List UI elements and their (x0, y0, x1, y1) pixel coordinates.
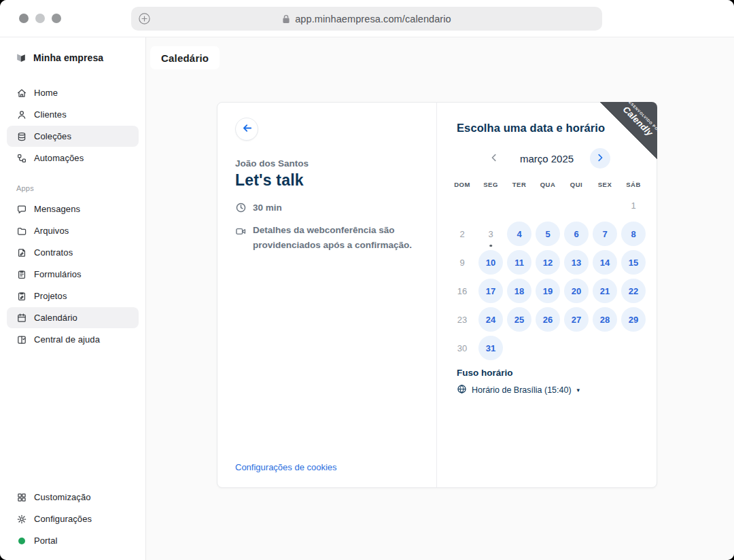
main-content: Caledário João dos Santos Let's talk (146, 37, 734, 560)
gear-icon (16, 514, 27, 525)
month-label: março 2025 (517, 153, 578, 164)
browser-chrome: app.minhaempresa.com/calendario (0, 0, 734, 37)
calendar-grid: 1234567891011121314151617181920212223242… (448, 191, 657, 362)
calendar-day-14[interactable]: 14 (593, 250, 617, 275)
new-tab-icon[interactable] (138, 12, 151, 25)
calendar-day-20[interactable]: 20 (564, 279, 589, 303)
close-window-button[interactable] (19, 14, 29, 23)
calendar-empty-cell (562, 191, 591, 220)
calendly-ribbon: DESENVOLVIDO POR Calendly (600, 102, 657, 159)
sidebar-item-label: Contratos (34, 247, 73, 258)
calendar-icon (16, 313, 27, 323)
back-button[interactable] (235, 118, 258, 141)
calendar-empty-cell (448, 191, 476, 220)
sidebar-nav: HomeClientesColeçõesAutomaçõesAppsMensag… (0, 82, 145, 350)
help-icon (16, 334, 27, 345)
clients-icon (16, 109, 27, 120)
calendar-day-31[interactable]: 31 (478, 336, 503, 360)
timezone-selector[interactable]: Horário de Brasília (15:40) ▾ (457, 384, 580, 396)
calendar-day-28[interactable]: 28 (593, 307, 617, 332)
contract-icon (16, 247, 27, 258)
sidebar-item-portal[interactable]: Portal (7, 530, 139, 551)
expand-window-button[interactable] (52, 14, 61, 23)
weekday-header-seg: SEG (476, 181, 505, 188)
calendar-day-5[interactable]: 5 (536, 222, 560, 246)
chevron-left-icon (489, 152, 500, 165)
lock-icon (282, 14, 290, 24)
prev-month-button[interactable] (484, 148, 504, 169)
calendar-day-23: 23 (450, 307, 474, 332)
calendar-day-24[interactable]: 24 (478, 307, 503, 332)
sidebar-item-configuracoes[interactable]: Configurações (7, 508, 139, 529)
customization-icon (16, 492, 27, 503)
sidebar-item-clientes[interactable]: Clientes (7, 104, 139, 125)
timezone-value: Horário de Brasília (15:40) (472, 385, 572, 395)
portal-status-icon (18, 538, 25, 544)
calendar-day-10[interactable]: 10 (478, 250, 503, 275)
calendar-day-3: 3 (478, 222, 503, 246)
weekday-header-ter: TER (505, 181, 534, 188)
calendar-empty-cell (591, 191, 619, 220)
today-indicator-dot (489, 245, 492, 247)
cookie-settings-link[interactable]: Configurações de cookies (235, 462, 337, 472)
calendar-day-17[interactable]: 17 (478, 279, 503, 303)
window-controls (19, 14, 61, 23)
sidebar-item-calendario[interactable]: Calendário (7, 307, 139, 328)
automations-icon (16, 153, 27, 164)
sidebar-item-mensagens[interactable]: Mensagens (7, 198, 139, 220)
calendar-day-4[interactable]: 4 (507, 222, 531, 246)
scheduler-panel: Escolha uma data e horário março 2025 (437, 103, 657, 487)
project-icon (16, 291, 27, 302)
calendar-empty-cell (476, 191, 505, 220)
weekday-headers: DOMSEGTERQUAQUISEXSÁB (448, 181, 657, 188)
weekday-header-sab: SÁB (619, 181, 648, 188)
calendar-day-22[interactable]: 22 (621, 279, 646, 303)
sidebar-item-central-de-ajuda[interactable]: Central de ajuda (7, 329, 139, 350)
calendar-day-15[interactable]: 15 (621, 250, 646, 275)
back-arrow-icon (241, 122, 254, 137)
sidebar-item-automacoes[interactable]: Automações (7, 147, 139, 169)
calendar-day-16: 16 (450, 279, 474, 303)
minimize-window-button[interactable] (35, 14, 45, 23)
weekday-header-sex: SEX (591, 181, 619, 188)
sidebar-item-label: Customização (34, 492, 91, 502)
event-details-panel: João dos Santos Let's talk 30 min Detalh… (217, 103, 437, 487)
sidebar-item-label: Portal (34, 536, 58, 546)
sidebar-item-customizacao[interactable]: Customização (7, 487, 139, 508)
calendar-day-25[interactable]: 25 (507, 307, 531, 332)
sidebar-item-label: Automações (34, 153, 84, 163)
address-bar[interactable]: app.minhaempresa.com/calendario (131, 7, 602, 31)
sidebar-item-label: Clientes (34, 109, 67, 120)
calendar-day-19[interactable]: 19 (536, 279, 560, 303)
sidebar-item-arquivos[interactable]: Arquivos (7, 220, 139, 241)
company-logo-icon (15, 52, 27, 64)
calendar-day-21[interactable]: 21 (593, 279, 617, 303)
calendar-day-13[interactable]: 13 (564, 250, 589, 275)
calendar-day-8[interactable]: 8 (621, 222, 646, 246)
sidebar-item-home[interactable]: Home (7, 82, 139, 103)
sidebar-item-colecoes[interactable]: Coleções (7, 126, 139, 147)
calendar-day-18[interactable]: 18 (507, 279, 531, 303)
webconference-note: Detalhes da webconferência são providenc… (253, 223, 419, 253)
sidebar-item-formularios[interactable]: Formulários (7, 264, 139, 285)
event-duration-row: 30 min (235, 202, 419, 213)
webconference-row: Detalhes da webconferência são providenc… (235, 223, 419, 253)
sidebar-item-projetos[interactable]: Projetos (7, 285, 139, 307)
sidebar-item-contratos[interactable]: Contratos (7, 242, 139, 263)
calendar-day-26[interactable]: 26 (536, 307, 560, 332)
brand-name: Minha empresa (33, 52, 103, 63)
sidebar-item-label: Arquivos (34, 226, 69, 236)
sidebar-section-label: Apps (0, 169, 145, 198)
calendar-day-29[interactable]: 29 (621, 307, 646, 332)
calendar-day-12[interactable]: 12 (536, 250, 560, 275)
brand[interactable]: Minha empresa (0, 48, 145, 67)
sidebar-item-label: Home (34, 88, 58, 98)
calendar-day-11[interactable]: 11 (507, 250, 531, 275)
booking-card: João dos Santos Let's talk 30 min Detalh… (217, 102, 657, 488)
caret-down-icon: ▾ (577, 387, 580, 393)
calendar-day-6[interactable]: 6 (564, 222, 589, 246)
sidebar-item-label: Calendário (34, 313, 77, 323)
calendar-day-1: 1 (621, 193, 646, 217)
calendar-day-7[interactable]: 7 (593, 222, 617, 246)
calendar-day-27[interactable]: 27 (564, 307, 589, 332)
